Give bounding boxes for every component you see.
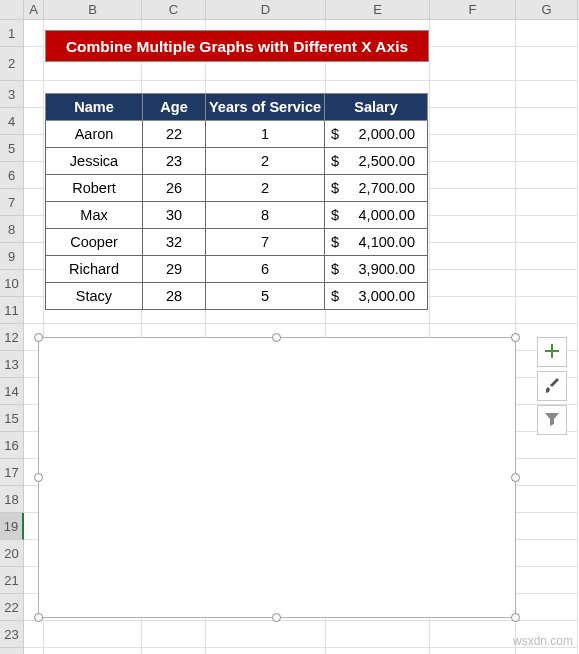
row-header-8[interactable]: 8 bbox=[0, 216, 24, 243]
cell[interactable] bbox=[430, 162, 516, 189]
row-header-9[interactable]: 9 bbox=[0, 243, 24, 270]
cell[interactable] bbox=[44, 621, 142, 648]
cell[interactable] bbox=[24, 243, 44, 270]
cell[interactable] bbox=[326, 648, 430, 654]
cell[interactable] bbox=[516, 297, 578, 324]
cell-name[interactable]: Richard bbox=[46, 256, 143, 283]
row-header-13[interactable]: 13 bbox=[0, 351, 24, 378]
cell[interactable] bbox=[516, 135, 578, 162]
row-header-6[interactable]: 6 bbox=[0, 162, 24, 189]
cell-years-of-service[interactable]: 7 bbox=[206, 229, 325, 256]
cell-years-of-service[interactable]: 5 bbox=[206, 283, 325, 310]
row-header-19[interactable]: 19 bbox=[0, 513, 24, 540]
cell[interactable] bbox=[516, 459, 578, 486]
cell[interactable] bbox=[24, 216, 44, 243]
cell[interactable] bbox=[24, 81, 44, 108]
resize-handle-bottom-right[interactable] bbox=[511, 613, 520, 622]
cell-years-of-service[interactable]: 8 bbox=[206, 202, 325, 229]
cell-name[interactable]: Cooper bbox=[46, 229, 143, 256]
header-age[interactable]: Age bbox=[143, 94, 206, 121]
cell[interactable] bbox=[24, 270, 44, 297]
row-header-12[interactable]: 12 bbox=[0, 324, 24, 351]
row-header-4[interactable]: 4 bbox=[0, 108, 24, 135]
cell[interactable] bbox=[430, 216, 516, 243]
header-years-of-service[interactable]: Years of Service bbox=[206, 94, 325, 121]
resize-handle-bottom-left[interactable] bbox=[34, 613, 43, 622]
cell[interactable] bbox=[516, 540, 578, 567]
cell[interactable] bbox=[24, 648, 44, 654]
cell-years-of-service[interactable]: 1 bbox=[206, 121, 325, 148]
column-header-G[interactable]: G bbox=[516, 0, 578, 19]
cell[interactable] bbox=[24, 108, 44, 135]
row-header-10[interactable]: 10 bbox=[0, 270, 24, 297]
cell[interactable] bbox=[24, 621, 44, 648]
row-header-3[interactable]: 3 bbox=[0, 81, 24, 108]
cell[interactable] bbox=[24, 162, 44, 189]
column-header-B[interactable]: B bbox=[44, 0, 142, 19]
cell[interactable] bbox=[516, 486, 578, 513]
cell[interactable] bbox=[142, 648, 206, 654]
row-header-2[interactable]: 2 bbox=[0, 47, 24, 81]
cell[interactable] bbox=[516, 20, 578, 47]
cell[interactable] bbox=[516, 243, 578, 270]
row-header-14[interactable]: 14 bbox=[0, 378, 24, 405]
header-salary[interactable]: Salary bbox=[325, 94, 428, 121]
chart-filters-button[interactable] bbox=[537, 405, 567, 435]
column-header-F[interactable]: F bbox=[430, 0, 516, 19]
cell-name[interactable]: Stacy bbox=[46, 283, 143, 310]
cell-salary[interactable]: $4,000.00 bbox=[325, 202, 428, 229]
cell-age[interactable]: 22 bbox=[143, 121, 206, 148]
resize-handle-right-center[interactable] bbox=[511, 473, 520, 482]
row-header-15[interactable]: 15 bbox=[0, 405, 24, 432]
row-header-23[interactable]: 23 bbox=[0, 621, 24, 648]
row-header-17[interactable]: 17 bbox=[0, 459, 24, 486]
cell[interactable] bbox=[516, 270, 578, 297]
resize-handle-bottom-center[interactable] bbox=[272, 613, 281, 622]
cell-age[interactable]: 30 bbox=[143, 202, 206, 229]
row-header-16[interactable]: 16 bbox=[0, 432, 24, 459]
cell[interactable] bbox=[516, 162, 578, 189]
cell-age[interactable]: 32 bbox=[143, 229, 206, 256]
row-header-5[interactable]: 5 bbox=[0, 135, 24, 162]
cell[interactable] bbox=[430, 243, 516, 270]
select-all-corner[interactable] bbox=[0, 0, 24, 19]
row-header-7[interactable]: 7 bbox=[0, 189, 24, 216]
cell[interactable] bbox=[516, 594, 578, 621]
cell[interactable] bbox=[24, 297, 44, 324]
row-header-18[interactable]: 18 bbox=[0, 486, 24, 513]
cell-salary[interactable]: $4,100.00 bbox=[325, 229, 428, 256]
cell[interactable] bbox=[430, 47, 516, 81]
cell[interactable] bbox=[516, 81, 578, 108]
cell[interactable] bbox=[516, 216, 578, 243]
chart-styles-button[interactable] bbox=[537, 371, 567, 401]
cell-name[interactable]: Robert bbox=[46, 175, 143, 202]
cell[interactable] bbox=[516, 648, 578, 654]
cell[interactable] bbox=[516, 189, 578, 216]
cell-salary[interactable]: $2,700.00 bbox=[325, 175, 428, 202]
cell[interactable] bbox=[24, 135, 44, 162]
resize-handle-left-center[interactable] bbox=[34, 473, 43, 482]
cell[interactable] bbox=[24, 20, 44, 47]
cell[interactable] bbox=[430, 648, 516, 654]
cell-name[interactable]: Max bbox=[46, 202, 143, 229]
cell[interactable] bbox=[44, 648, 142, 654]
row-header-1[interactable]: 1 bbox=[0, 20, 24, 47]
cell-age[interactable]: 23 bbox=[143, 148, 206, 175]
cell[interactable] bbox=[430, 20, 516, 47]
cell-age[interactable]: 26 bbox=[143, 175, 206, 202]
resize-handle-top-left[interactable] bbox=[34, 333, 43, 342]
row-header-22[interactable]: 22 bbox=[0, 594, 24, 621]
cell[interactable] bbox=[430, 81, 516, 108]
cell-age[interactable]: 28 bbox=[143, 283, 206, 310]
cell[interactable] bbox=[24, 189, 44, 216]
cell[interactable] bbox=[430, 621, 516, 648]
row-header-21[interactable]: 21 bbox=[0, 567, 24, 594]
cell-age[interactable]: 29 bbox=[143, 256, 206, 283]
resize-handle-top-right[interactable] bbox=[511, 333, 520, 342]
cell[interactable] bbox=[24, 47, 44, 81]
header-name[interactable]: Name bbox=[46, 94, 143, 121]
cell-name[interactable]: Aaron bbox=[46, 121, 143, 148]
column-header-D[interactable]: D bbox=[206, 0, 326, 19]
cell-name[interactable]: Jessica bbox=[46, 148, 143, 175]
cell[interactable] bbox=[516, 513, 578, 540]
